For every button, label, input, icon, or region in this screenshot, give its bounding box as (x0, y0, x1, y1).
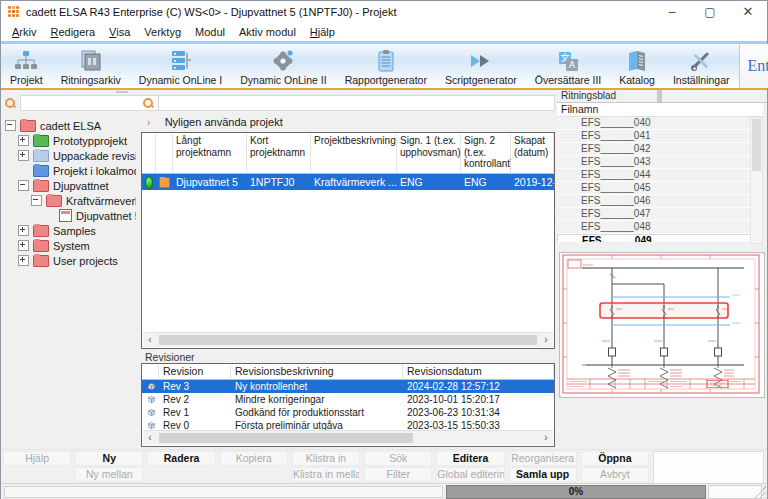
expand-expander-icon[interactable] (18, 135, 29, 146)
caption-divider[interactable] (657, 90, 662, 102)
tree-label: cadett ELSA (40, 120, 101, 132)
column-header[interactable]: Revisionsbeskrivning (231, 364, 403, 380)
revision-row[interactable]: Rev 1 Godkänd för produktionsstart 2023-… (142, 406, 554, 419)
folder-icon (46, 195, 62, 207)
delete-button[interactable]: Radera (147, 451, 215, 466)
expand-expander-icon[interactable] (18, 225, 29, 236)
toolbar-katalog[interactable]: Katalog (610, 44, 664, 88)
minimize-button[interactable]: – (653, 1, 691, 22)
expand-expander-icon[interactable] (18, 255, 29, 266)
tree-item-samples[interactable]: Samples (3, 223, 136, 238)
tree-item-kraftvarmeverket[interactable]: Kraftvärmeverket (3, 193, 136, 208)
toolbar-scriptgenerator[interactable]: Scriptgenerator (436, 44, 526, 88)
tree-item-djupvattnet[interactable]: Djupvattnet (3, 178, 136, 193)
column-header[interactable]: Projektbeskrivning (311, 133, 397, 174)
toolbar-projekt[interactable]: Projekt (1, 44, 52, 88)
revision-row[interactable]: Rev 3 Ny kontrollenhet 2024-02-28 12:57:… (142, 380, 554, 393)
file-row[interactable]: EFS______042 (557, 143, 751, 156)
tree-label: Uppackade revisioner (53, 150, 136, 162)
sheets-panel: Ritningsblad Filnamn EFS______040 EFS___… (557, 90, 767, 447)
menu-hjalp[interactable]: Hjälp (303, 25, 342, 39)
toolbar-dynamic-online-2[interactable]: Dynamic OnLine II (231, 44, 335, 88)
file-row[interactable]: EFS______044 (557, 169, 751, 182)
new-button[interactable]: Ny (75, 451, 143, 466)
icon-column-header (156, 133, 173, 174)
file-row[interactable]: EFS______043 (557, 156, 751, 169)
project-row-selected[interactable]: Djupvattnet 5 1NPTFJ0 Kraftvärmeverk ...… (142, 174, 554, 190)
scroll-left-icon[interactable]: ‹ (143, 431, 157, 445)
menu-visa[interactable]: Visa (102, 25, 137, 39)
file-row[interactable]: EFS______040 (557, 117, 751, 130)
collapse-expander-icon[interactable] (31, 195, 42, 206)
toolbar-installningar[interactable]: Inställningar (664, 44, 739, 88)
menu-arkiv[interactable]: Arkiv (5, 25, 43, 39)
menu-redigera[interactable]: Redigera (43, 25, 102, 39)
revision-cube-icon (148, 381, 155, 392)
collect-button[interactable]: Samla upp (509, 467, 577, 482)
recent-projects-header[interactable]: › Nyligen använda projekt (141, 114, 555, 130)
file-row[interactable]: EFS______048 (557, 221, 751, 234)
column-header[interactable]: Långt projektnamn (173, 133, 247, 174)
file-row[interactable]: EFS______045 (557, 182, 751, 195)
scroll-thumb[interactable] (752, 119, 761, 171)
open-button[interactable]: Öppna (581, 451, 649, 466)
expand-expander-icon[interactable] (18, 150, 29, 161)
scroll-thumb[interactable] (159, 335, 537, 345)
tree-item-system[interactable]: System (3, 238, 136, 253)
scroll-right-icon[interactable]: › (539, 431, 553, 445)
paste-button: Klistra in (292, 451, 360, 466)
projects-hscrollbar[interactable]: ‹ › (143, 332, 553, 347)
panel-grip[interactable] (116, 91, 128, 93)
edit-button[interactable]: Editera (436, 451, 504, 466)
tree-item-root[interactable]: cadett ELSA (3, 118, 136, 133)
column-header[interactable]: Revision (159, 364, 231, 380)
chevron-right-icon: › (147, 116, 151, 128)
book-icon (625, 49, 649, 73)
files-vscrollbar[interactable] (750, 117, 763, 244)
column-header[interactable]: Sign. 2 (t.ex. kontrollant) (461, 133, 511, 174)
file-row[interactable]: EFS______046 (557, 195, 751, 208)
projects-search-input[interactable] (158, 95, 555, 111)
side-blank-panel (653, 451, 764, 484)
tree-label: Projekt i lokalmod (53, 165, 136, 177)
drawing-preview[interactable] (559, 252, 765, 398)
toolbar-label: Dynamic OnLine II (240, 74, 326, 86)
tree-item-user-projects[interactable]: User projects (3, 253, 136, 268)
column-header[interactable]: Skapat (datum) (511, 133, 554, 174)
icon-cell (156, 177, 173, 188)
filename-column-header[interactable]: Filnamn (557, 103, 763, 117)
menu-modul[interactable]: Modul (188, 25, 232, 39)
scroll-left-icon[interactable]: ‹ (143, 333, 157, 347)
column-header[interactable]: Sign. 1 (t.ex. upphovsman) (397, 133, 461, 174)
toolbar-rapportgenerator[interactable]: Rapportgenerator (336, 44, 436, 88)
tools-icon (689, 49, 713, 73)
toolbar-dynamic-online-1[interactable]: Dynamic OnLine I (130, 44, 231, 88)
file-row-selected[interactable]: EFS______049 (557, 234, 751, 242)
close-button[interactable]: ✕ (729, 1, 767, 22)
sheets-caption: Ritningsblad (557, 90, 767, 103)
file-row[interactable]: EFS______047 (557, 208, 751, 221)
tree-item-uppackade-revisioner[interactable]: Uppackade revisioner (3, 148, 136, 163)
file-row[interactable]: EFS______041 (557, 130, 751, 143)
maximize-button[interactable]: ▢ (691, 1, 729, 22)
toolbar-oversattare[interactable]: 文A Översättare III (526, 44, 611, 88)
cell-revision: Rev 3 (159, 381, 231, 392)
filter-button: Filter (364, 467, 432, 482)
tree-item-prototypprojekt[interactable]: Prototypprojekt (3, 133, 136, 148)
scroll-thumb[interactable] (159, 433, 413, 443)
collapse-expander-icon[interactable] (5, 120, 16, 131)
column-header[interactable]: Revisionsdatum (403, 364, 554, 380)
menu-aktiv-modul[interactable]: Aktiv modul (232, 25, 303, 39)
toolbar-ritningsarkiv[interactable]: Ritningsarkiv (52, 44, 130, 88)
tree-item-djupvattnet-5[interactable]: Djupvattnet 5 (3, 208, 136, 223)
revision-row[interactable]: Rev 2 Mindre korrigeringar 2023-10-01 15… (142, 393, 554, 406)
column-header[interactable]: Kort projektnamn (247, 133, 311, 174)
expand-expander-icon[interactable] (18, 240, 29, 251)
tree-item-projekt-i-lokalmod[interactable]: Projekt i lokalmod (3, 163, 136, 178)
menu-verktyg[interactable]: Verktyg (137, 25, 188, 39)
collapse-expander-icon[interactable] (18, 180, 29, 191)
scroll-right-icon[interactable]: › (539, 333, 553, 347)
revisions-hscrollbar[interactable]: ‹ › (143, 430, 553, 445)
tree-label: User projects (53, 255, 118, 267)
resize-grip-icon[interactable] (754, 486, 766, 498)
